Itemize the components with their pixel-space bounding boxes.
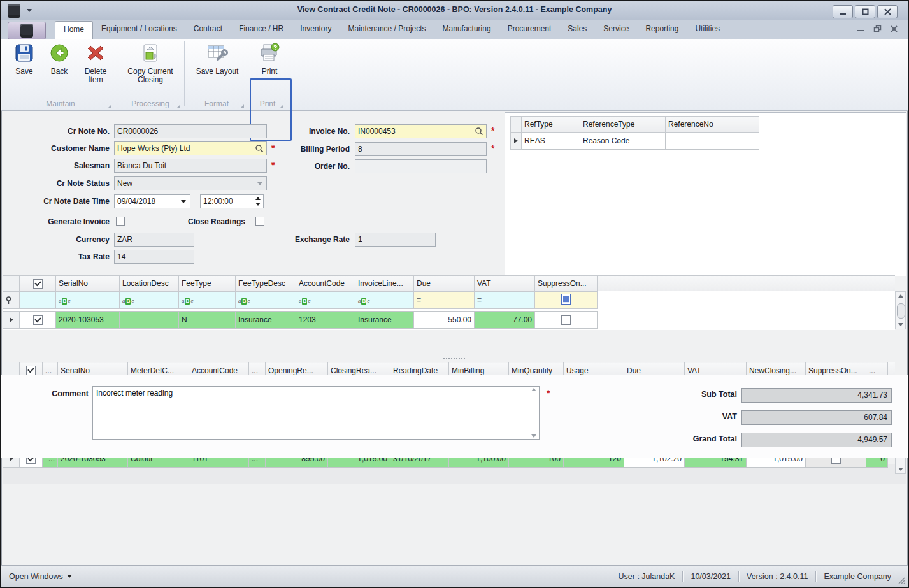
group-dialog-launcher[interactable] — [280, 104, 283, 108]
fee-grid-vscrollbar[interactable] — [895, 291, 906, 329]
minimize-button[interactable] — [833, 5, 853, 18]
scroll-down-icon[interactable] — [898, 468, 903, 471]
save-button[interactable]: Save — [9, 43, 39, 76]
tab-service[interactable]: Service — [595, 20, 637, 39]
checkbox-checked[interactable] — [33, 315, 43, 325]
cell-locationdesc[interactable] — [120, 312, 179, 329]
cr-note-time-field[interactable]: 12:00:00 — [200, 194, 264, 208]
cell-feetype[interactable]: N — [179, 312, 236, 329]
filter-cell[interactable]: aBc — [296, 292, 355, 309]
cell-referencetype[interactable]: Reason Code — [580, 133, 666, 150]
mdi-minimize-icon[interactable] — [857, 25, 864, 32]
tab-reporting[interactable]: Reporting — [637, 20, 687, 39]
order-no-field[interactable] — [355, 159, 487, 173]
column-header-referencetype[interactable]: ReferenceType — [580, 117, 666, 133]
text-cursor — [173, 389, 173, 397]
cr-note-status-dropdown[interactable]: New — [114, 176, 267, 190]
spin-up-icon[interactable] — [255, 197, 261, 200]
splitter-handle[interactable] — [443, 358, 465, 359]
filter-cell[interactable]: aBc — [56, 292, 120, 309]
column-header[interactable]: AccountCode — [296, 276, 355, 292]
tab-manufacturing[interactable]: Manufacturing — [434, 20, 499, 39]
column-header[interactable]: SuppressOn... — [535, 276, 598, 292]
delete-item-button[interactable]: Delete Item — [78, 43, 113, 84]
cell-due[interactable]: 550.00 — [414, 312, 475, 329]
mdi-close-icon[interactable] — [891, 25, 898, 32]
checkbox-checked[interactable] — [33, 279, 43, 289]
cr-note-date-field[interactable]: 09/04/2018 — [114, 194, 190, 208]
tab-equipment-locations[interactable]: Equipment / Locations — [93, 20, 185, 39]
column-header[interactable]: InvoiceLine... — [355, 276, 414, 292]
column-header[interactable]: FeeTypeDesc — [236, 276, 296, 292]
comment-label: Comment — [1, 389, 89, 398]
search-icon[interactable] — [475, 127, 483, 136]
filter-cell[interactable]: = — [414, 292, 475, 309]
save-layout-button[interactable]: Save Layout — [190, 43, 245, 76]
group-dialog-launcher[interactable] — [108, 104, 111, 108]
close-readings-checkbox[interactable] — [255, 217, 264, 226]
tab-maintenance-projects[interactable]: Maintenance / Projects — [340, 20, 434, 39]
application-menu-button[interactable] — [8, 22, 46, 39]
column-header-referenceno[interactable]: ReferenceNo — [666, 117, 759, 133]
column-header-reftype[interactable]: RefType — [522, 117, 580, 133]
checkbox-checked[interactable] — [26, 366, 36, 375]
generate-invoice-checkbox[interactable] — [116, 217, 125, 226]
cell-vat[interactable]: 77.00 — [475, 312, 535, 329]
scroll-down-icon[interactable] — [898, 323, 903, 326]
filter-cell[interactable] — [535, 292, 598, 309]
filter-cell[interactable]: aBc — [120, 292, 179, 309]
comment-textarea[interactable]: Incorect meter reading — [92, 386, 540, 440]
tab-home[interactable]: Home — [55, 21, 93, 39]
scroll-thumb[interactable] — [897, 303, 905, 319]
chevron-down-icon[interactable] — [181, 200, 186, 203]
collapse-ribbon-icon[interactable] — [890, 97, 901, 104]
resize-grip-icon[interactable] — [898, 577, 905, 584]
cell-reftype[interactable]: REAS — [522, 133, 580, 150]
scroll-down-icon[interactable] — [531, 434, 536, 438]
cell-suppress[interactable] — [535, 312, 598, 329]
mdi-restore-icon[interactable] — [873, 25, 882, 32]
scroll-up-icon[interactable] — [531, 388, 536, 391]
print-button[interactable]: Print — [254, 43, 285, 76]
cell-accountcode[interactable]: 1203 — [296, 312, 355, 329]
tab-finance-hr[interactable]: Finance / HR — [231, 20, 292, 39]
back-button[interactable]: Back — [43, 43, 75, 76]
cell-invoiceline[interactable]: Insurance — [355, 312, 414, 329]
filter-cell[interactable] — [20, 292, 56, 309]
column-header[interactable]: VAT — [475, 276, 535, 292]
maximize-button[interactable] — [855, 5, 875, 18]
close-button[interactable] — [877, 5, 898, 18]
currency-field[interactable]: ZAR — [114, 233, 194, 247]
column-header[interactable]: FeeType — [179, 276, 236, 292]
group-dialog-launcher[interactable] — [241, 104, 244, 108]
tab-procurement[interactable]: Procurement — [499, 20, 560, 39]
cell-referenceno[interactable] — [666, 133, 759, 150]
exchange-rate-field[interactable]: 1 — [355, 233, 436, 247]
group-dialog-launcher[interactable] — [177, 104, 180, 108]
filter-cell[interactable]: aBc — [236, 292, 296, 309]
filter-cell[interactable]: = — [475, 292, 535, 309]
copy-current-closing-button[interactable]: Copy Current Closing — [121, 43, 180, 84]
filter-cell[interactable]: aBc — [179, 292, 236, 309]
open-windows-button[interactable]: Open Windows — [9, 572, 72, 581]
tab-sales[interactable]: Sales — [559, 20, 595, 39]
tab-utilities[interactable]: Utilities — [687, 20, 728, 39]
column-header[interactable]: SerialNo — [56, 276, 120, 292]
column-header[interactable]: Due — [414, 276, 475, 292]
tab-contract[interactable]: Contract — [185, 20, 231, 39]
row-select-cell[interactable] — [20, 312, 56, 329]
checkbox-unchecked[interactable] — [561, 315, 571, 325]
cell-serialno[interactable]: 2020-103053 — [56, 312, 120, 329]
time-spinner[interactable] — [252, 195, 263, 208]
salesman-label: Salesman — [1, 161, 110, 170]
tax-rate-field[interactable]: 14 — [114, 250, 194, 264]
select-all-header[interactable] — [20, 276, 56, 292]
column-header[interactable]: LocationDesc — [120, 276, 179, 292]
scroll-up-icon[interactable] — [898, 294, 903, 298]
filter-cell[interactable]: aBc — [355, 292, 414, 309]
tab-inventory[interactable]: Inventory — [292, 20, 340, 39]
spin-down-icon[interactable] — [255, 203, 261, 206]
invoice-no-field[interactable]: IN0000453 — [355, 124, 487, 138]
billing-period-field[interactable]: 8 — [355, 142, 487, 156]
cell-feetypedesc[interactable]: Insurance — [236, 312, 296, 329]
